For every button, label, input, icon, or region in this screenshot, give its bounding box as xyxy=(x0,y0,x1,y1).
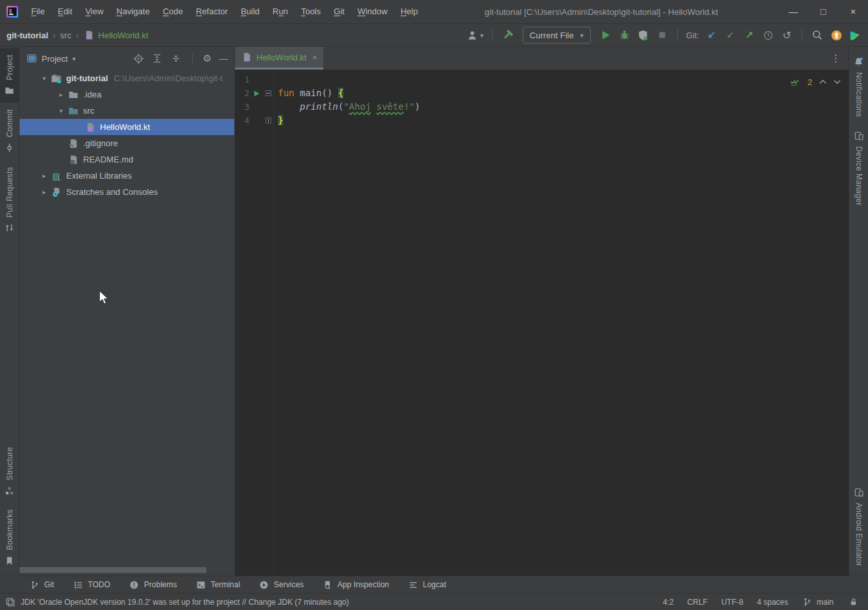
readonly-toggle[interactable] xyxy=(847,597,859,607)
tree-item-src[interactable]: ▾src xyxy=(19,103,234,119)
file-encoding[interactable]: UTF-8 xyxy=(721,598,743,607)
menu-tools[interactable]: Tools xyxy=(295,0,327,23)
minimize-button[interactable]: — xyxy=(778,0,808,23)
stripe-button-project[interactable]: Project xyxy=(0,48,19,103)
stripe-button-commit[interactable]: Commit xyxy=(0,103,19,160)
rollback-button[interactable]: ↺ xyxy=(780,29,793,42)
prev-problem-icon[interactable] xyxy=(819,79,826,84)
gear-icon[interactable]: ⚙ xyxy=(203,53,212,64)
account-button[interactable]: ▾ xyxy=(466,29,484,42)
build-hammer-icon[interactable] xyxy=(501,29,514,42)
breadcrumb-item-git-tutorial[interactable]: git-tutorial xyxy=(6,31,48,40)
breadcrumb-item-helloworld-kt[interactable]: HelloWorld.kt xyxy=(83,30,148,40)
git-commit-button[interactable]: ✓ xyxy=(724,29,737,42)
tree-chevron-icon[interactable]: ▸ xyxy=(55,91,68,98)
run-button[interactable] xyxy=(599,29,612,42)
maximize-button[interactable]: □ xyxy=(808,0,838,23)
toolwindow-todo[interactable]: TODO xyxy=(63,576,119,593)
profile-coverage-button[interactable] xyxy=(637,29,650,42)
stripe-label: Notifications xyxy=(854,72,863,117)
tree-chevron-icon[interactable]: ▸ xyxy=(38,188,51,196)
stripe-button-bookmarks[interactable]: Bookmarks xyxy=(0,503,19,573)
stripe-button-device-manager[interactable]: Device Manager xyxy=(849,123,868,212)
code-line: fun main() { xyxy=(278,86,420,100)
stripe-button-pull-requests[interactable]: Pull Requests xyxy=(0,160,19,240)
menu-file[interactable]: File xyxy=(25,0,51,23)
tree-item-path: C:\Users\Admin\Desktop\git-t xyxy=(114,73,223,83)
line-separator[interactable]: CRLF xyxy=(688,598,708,607)
chevron-down-icon[interactable]: ▾ xyxy=(72,55,75,62)
tree-item-external-libraries[interactable]: ▸External Libraries xyxy=(19,168,234,184)
hide-panel-icon[interactable]: — xyxy=(219,54,228,64)
fold-box[interactable] xyxy=(266,118,271,123)
tree-item-helloworld-kt[interactable]: HelloWorld.kt xyxy=(19,119,234,135)
stripe-button-structure[interactable]: Structure xyxy=(0,440,19,503)
toolwindow-terminal[interactable]: Terminal xyxy=(186,576,249,593)
toolwindow-services[interactable]: Services xyxy=(249,576,313,593)
bell-icon xyxy=(853,56,864,68)
run-configuration-select[interactable]: Current File ▾ xyxy=(523,27,591,44)
expand-all-icon[interactable] xyxy=(152,53,163,64)
menu-edit[interactable]: Edit xyxy=(51,0,79,23)
next-problem-icon[interactable] xyxy=(834,79,841,84)
toolwindow-problems[interactable]: Problems xyxy=(119,576,186,593)
menu-code[interactable]: Code xyxy=(156,0,190,23)
menu-help[interactable]: Help xyxy=(394,0,425,23)
tree-chevron-icon[interactable]: ▾ xyxy=(38,75,51,82)
kebab-menu-icon[interactable]: ⋮ xyxy=(823,47,849,70)
code-editor[interactable]: 1234 fun main() { println("Ahoj světe!")… xyxy=(235,70,849,576)
tree-item-scratches-and-consoles[interactable]: ▸Scratches and Consoles xyxy=(19,184,234,200)
stripe-button-notifications[interactable]: Notifications xyxy=(849,49,868,123)
tree-item-readme-md[interactable]: MDREADME.md xyxy=(19,151,234,168)
tree-item--gitignore[interactable]: .gitignore xyxy=(19,135,234,151)
menu-build[interactable]: Build xyxy=(234,0,266,23)
toolwindow-logcat[interactable]: Logcat xyxy=(398,576,455,593)
close-button[interactable]: × xyxy=(838,0,868,23)
stripe-label: Android Emulator xyxy=(854,503,863,566)
history-clock-icon[interactable] xyxy=(762,29,775,42)
editor-tab-bar: HelloWorld.kt × ⋮ xyxy=(235,47,849,70)
stripe-pr-icon xyxy=(5,222,14,234)
tree-chevron-icon[interactable]: ▸ xyxy=(38,172,51,179)
project-view-icon xyxy=(26,53,37,64)
collapse-all-icon[interactable] xyxy=(171,53,182,64)
git-branch[interactable]: main xyxy=(802,597,834,607)
debug-button[interactable] xyxy=(618,29,631,42)
menu-navigate[interactable]: Navigate xyxy=(110,0,156,23)
toolwindow-label: Terminal xyxy=(210,580,240,589)
inspection-widget[interactable]: 2 xyxy=(789,77,841,87)
stop-button[interactable] xyxy=(656,29,669,42)
search-everywhere-button[interactable] xyxy=(811,29,824,42)
chevron-down-icon: ▾ xyxy=(480,32,484,39)
run-line-icon[interactable] xyxy=(249,90,264,97)
menu-window[interactable]: Window xyxy=(351,0,394,23)
tree-item-git-tutorial[interactable]: ▾git-tutorialC:\Users\Admin\Desktop\git-… xyxy=(19,70,234,86)
indent-size[interactable]: 4 spaces xyxy=(757,598,788,607)
menu-view[interactable]: View xyxy=(79,0,110,23)
project-panel-title[interactable]: Project xyxy=(42,54,68,64)
tree-item--idea[interactable]: ▸.idea xyxy=(19,86,234,103)
toolwindow-git[interactable]: Git xyxy=(19,576,63,593)
code-with-me-icon[interactable] xyxy=(849,29,862,42)
fold-box[interactable] xyxy=(266,90,271,96)
update-available-icon[interactable] xyxy=(830,29,843,42)
layout-icon[interactable] xyxy=(5,597,15,607)
breadcrumb-item-src[interactable]: src xyxy=(60,31,71,40)
fold-marker-icon[interactable] xyxy=(264,118,273,123)
horizontal-scrollbar[interactable] xyxy=(19,567,206,573)
tab-helloworld-kt[interactable]: HelloWorld.kt × xyxy=(235,47,323,70)
toolwindow-app-inspection[interactable]: App Inspection xyxy=(313,576,398,593)
locate-file-icon[interactable] xyxy=(133,53,144,64)
status-segment-label: 4 spaces xyxy=(757,598,788,607)
menu-git[interactable]: Git xyxy=(327,0,351,23)
git-update-button[interactable]: ↙ xyxy=(705,29,718,42)
tree-chevron-icon[interactable]: ▾ xyxy=(55,107,68,114)
stripe-button-android-emulator[interactable]: Android Emulator xyxy=(849,480,868,573)
menu-refactor[interactable]: Refactor xyxy=(190,0,234,23)
fold-marker-icon[interactable] xyxy=(264,90,273,96)
git-push-button[interactable]: ↗ xyxy=(743,29,756,42)
caret-position[interactable]: 4:2 xyxy=(663,598,674,607)
toolwindow-label: Logcat xyxy=(423,580,446,589)
close-icon[interactable]: × xyxy=(312,53,317,62)
menu-run[interactable]: Run xyxy=(266,0,295,23)
